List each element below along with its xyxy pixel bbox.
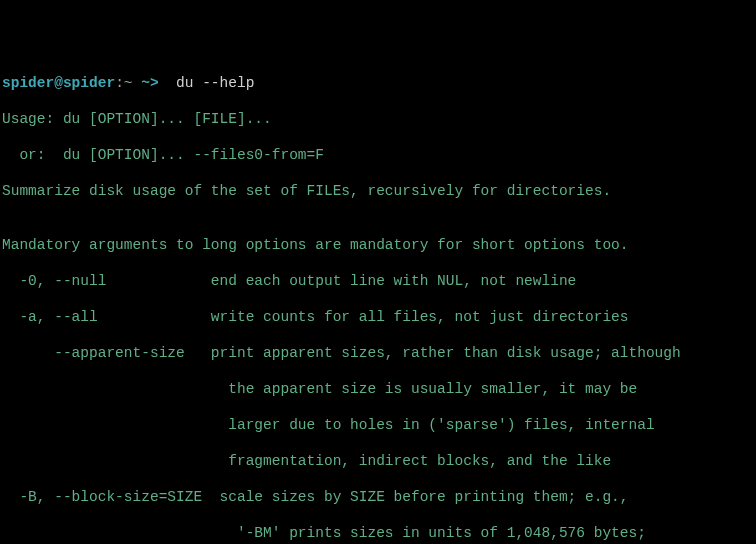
output-line: -a, --all write counts for all files, no… [2,308,754,326]
command-text: du --help [159,75,255,91]
output-line: fragmentation, indirect blocks, and the … [2,452,754,470]
output-line: Usage: du [OPTION]... [FILE]... [2,110,754,128]
output-line: or: du [OPTION]... --files0-from=F [2,146,754,164]
prompt-path: ~ [124,75,133,91]
output-line: -B, --block-size=SIZE scale sizes by SIZ… [2,488,754,506]
prompt-user: spider@spider [2,75,115,91]
prompt-sep: : [115,75,124,91]
output-line: --apparent-size print apparent sizes, ra… [2,344,754,362]
prompt-line[interactable]: spider@spider:~ ~> du --help [2,74,754,92]
prompt-arrow-icon: ~> [141,75,158,91]
output-line: '-BM' prints sizes in units of 1,048,576… [2,524,754,542]
output-line: the apparent size is usually smaller, it… [2,380,754,398]
output-line: -0, --null end each output line with NUL… [2,272,754,290]
output-line: Summarize disk usage of the set of FILEs… [2,182,754,200]
output-line: larger due to holes in ('sparse') files,… [2,416,754,434]
output-line: Mandatory arguments to long options are … [2,236,754,254]
